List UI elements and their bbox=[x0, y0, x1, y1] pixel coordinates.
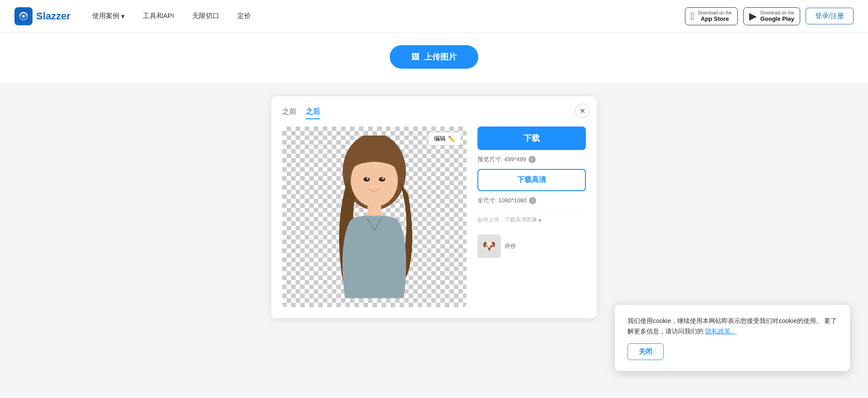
preview-size-info: 预览尺寸: 499*499 i bbox=[477, 155, 586, 164]
google-play-button[interactable]: ▶ Download on the Google Play bbox=[743, 7, 800, 25]
nav-item-pricing[interactable]: 定价 bbox=[237, 12, 251, 20]
svg-point-7 bbox=[367, 178, 368, 179]
header: Slazzer 使用案例 ▾ 工具和API 无限切口 定价  Download… bbox=[0, 0, 868, 33]
person-image bbox=[320, 136, 429, 307]
apple-icon:  bbox=[691, 11, 694, 21]
login-button[interactable]: 登录/注册 bbox=[806, 8, 854, 24]
google-play-icon: ▶ bbox=[749, 11, 757, 21]
full-size-info: 全尺寸: 1080*1080 i bbox=[477, 197, 586, 205]
upload-section: 🖼 上传图片 bbox=[0, 33, 868, 84]
pencil-icon: ✏️ bbox=[448, 136, 455, 142]
image-upload-icon: 🖼 bbox=[411, 52, 420, 62]
chevron-down-icon: ▾ bbox=[121, 12, 125, 20]
upload-button[interactable]: 🖼 上传图片 bbox=[390, 45, 478, 69]
svg-point-6 bbox=[379, 177, 385, 182]
image-area: 编辑 ✏️ bbox=[282, 126, 467, 307]
main-nav: 使用案例 ▾ 工具和API 无限切口 定价 bbox=[92, 12, 251, 20]
edit-button[interactable]: 编辑 ✏️ bbox=[428, 132, 461, 145]
upsell-area: 如何上传，下载高清图像▲ bbox=[477, 210, 586, 224]
svg-point-1 bbox=[22, 15, 25, 18]
cookie-close-button[interactable]: 关闭 bbox=[627, 343, 664, 360]
thumbnail-row: 🐶 评价 bbox=[477, 234, 586, 258]
tab-after[interactable]: 之后 bbox=[306, 107, 320, 119]
checkerboard-bg bbox=[282, 126, 467, 307]
svg-point-5 bbox=[363, 177, 370, 182]
card-tabs: 之前 之后 bbox=[282, 107, 586, 119]
app-store-button[interactable]:  Download on the App Store bbox=[685, 7, 738, 25]
cookie-text: 我们使用cookie，继续使用本网站即表示您接受我们对cookie的使用。 要了… bbox=[627, 316, 837, 336]
svg-point-8 bbox=[382, 178, 384, 179]
nav-item-unlimited[interactable]: 无限切口 bbox=[192, 12, 219, 20]
tab-before[interactable]: 之前 bbox=[282, 107, 297, 119]
card-body: 编辑 ✏️ 下载 预览尺寸: 499*499 i 下载高清 全尺寸: 1080*… bbox=[282, 126, 586, 307]
result-card: ✕ 之前 之后 bbox=[271, 96, 597, 318]
download-button[interactable]: 下载 bbox=[477, 126, 586, 150]
card-actions: 下载 预览尺寸: 499*499 i 下载高清 全尺寸: 1080*1080 i… bbox=[477, 126, 586, 307]
download-hd-button[interactable]: 下载高清 bbox=[477, 169, 586, 191]
card-close-button[interactable]: ✕ bbox=[575, 103, 590, 118]
logo[interactable]: Slazzer bbox=[14, 7, 71, 25]
nav-item-tools[interactable]: 工具和API bbox=[143, 12, 174, 20]
sample-thumbnail[interactable]: 🐶 bbox=[477, 234, 501, 258]
full-size-info-icon[interactable]: i bbox=[529, 197, 536, 204]
logo-icon bbox=[14, 7, 33, 25]
header-right:  Download on the App Store ▶ Download o… bbox=[685, 7, 854, 25]
preview-info-icon[interactable]: i bbox=[528, 156, 536, 163]
cookie-banner: 我们使用cookie，继续使用本网站即表示您接受我们对cookie的使用。 要了… bbox=[615, 305, 850, 371]
nav-item-cases[interactable]: 使用案例 ▾ bbox=[92, 12, 125, 20]
privacy-policy-link[interactable]: 隐私政策。 bbox=[705, 328, 737, 335]
logo-text: Slazzer bbox=[36, 10, 71, 22]
dog-thumbnail-icon: 🐶 bbox=[482, 240, 496, 253]
